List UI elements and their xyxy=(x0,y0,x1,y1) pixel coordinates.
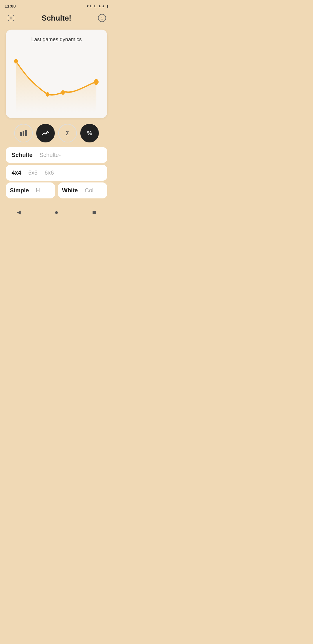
line-chart-svg xyxy=(12,48,101,112)
grid-size-selector[interactable]: 4x4 5x5 6x6 xyxy=(6,165,107,181)
tab-line-chart[interactable] xyxy=(36,124,55,142)
mode-selected: Simple xyxy=(10,187,29,194)
percent-icon: % xyxy=(87,130,92,137)
status-time: 11:00 xyxy=(5,3,16,8)
home-icon: ● xyxy=(54,209,58,216)
svg-point-3 xyxy=(14,59,18,63)
tab-percent[interactable]: % xyxy=(80,124,99,142)
mode-selector[interactable]: Simple H xyxy=(6,182,55,198)
mode-alt: H xyxy=(36,187,40,194)
svg-point-0 xyxy=(10,17,12,19)
sigma-icon: Σ xyxy=(66,130,69,137)
tab-row: Σ % xyxy=(0,124,113,142)
back-icon: ◄ xyxy=(16,209,22,216)
game-type-selected: Schulte xyxy=(12,152,32,158)
game-type-selector[interactable]: Schulte Schulte- xyxy=(6,147,107,163)
svg-rect-9 xyxy=(25,130,27,136)
app-title: Schulte! xyxy=(16,14,97,23)
svg-point-6 xyxy=(94,79,99,85)
chart-title: Last games dynamics xyxy=(12,37,101,43)
svg-rect-8 xyxy=(23,131,24,136)
color-selected: White xyxy=(62,187,78,194)
wifi-icon: ▾ xyxy=(87,4,89,8)
nav-home-button[interactable]: ● xyxy=(50,206,63,219)
signal-icon: ▲▲ xyxy=(98,4,105,8)
tab-sigma[interactable]: Σ xyxy=(58,124,77,142)
status-icons: ▾ LTE ▲▲ ▮ xyxy=(87,4,108,8)
grid-size-alt2: 6x6 xyxy=(45,169,54,176)
grid-size-selected: 4x4 xyxy=(12,169,21,176)
nav-recents-button[interactable]: ■ xyxy=(88,206,101,219)
chart-card: Last games dynamics xyxy=(6,30,107,118)
svg-point-5 xyxy=(61,90,65,95)
nav-back-button[interactable]: ◄ xyxy=(12,206,25,219)
recents-icon: ■ xyxy=(92,209,96,216)
color-alt: Col xyxy=(85,187,93,194)
game-type-alt: Schulte- xyxy=(39,152,61,158)
nav-bar: ◄ ● ■ xyxy=(0,201,113,222)
svg-rect-7 xyxy=(20,132,22,136)
svg-text:i: i xyxy=(101,16,103,21)
chart-area xyxy=(12,48,101,112)
svg-point-4 xyxy=(46,92,49,97)
mode-color-row: Simple H White Col xyxy=(6,182,107,198)
grid-size-alt1: 5x5 xyxy=(28,169,37,176)
lte-label: LTE xyxy=(90,4,97,8)
color-selector[interactable]: White Col xyxy=(58,182,107,198)
settings-button[interactable] xyxy=(6,13,16,23)
info-button[interactable]: i xyxy=(97,13,107,23)
status-bar: 11:00 ▾ LTE ▲▲ ▮ xyxy=(0,0,113,10)
tab-bar-chart[interactable] xyxy=(14,124,33,142)
battery-icon: ▮ xyxy=(106,4,108,8)
app-header: Schulte! i xyxy=(0,10,113,27)
